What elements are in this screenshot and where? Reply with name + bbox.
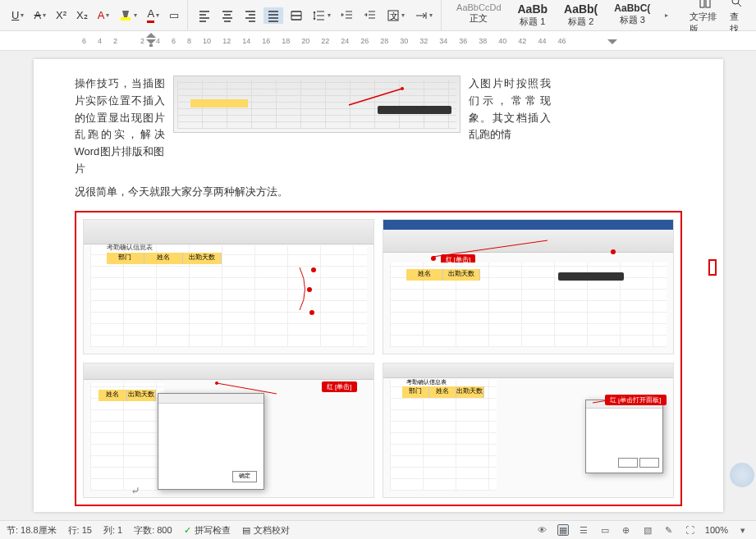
fit-page-button[interactable]: ⛶ [684, 523, 697, 537]
check-icon: ✓ [184, 525, 191, 536]
screenshot-cell-1: 考勤确认信息表 部门姓名出勤天数 [83, 219, 374, 354]
search-icon [731, 0, 744, 9]
svg-rect-4 [706, 0, 710, 7]
mini-title: 考勤确认信息表 [107, 243, 153, 252]
paragraph-group: ▾ 文▾ ▾ [190, 0, 442, 30]
styles-more-button[interactable]: ▸ [662, 1, 671, 30]
svg-rect-3 [700, 0, 704, 7]
align-right-icon [244, 9, 257, 22]
svg-point-8 [215, 381, 218, 385]
status-bar: 节: 18.8厘米 行: 15 列: 1 字数: 800 ✓ 拼写检查 ▤ 文档… [0, 520, 756, 539]
web-view-button[interactable]: ⊕ [620, 523, 633, 537]
zoom-level[interactable]: 100% [705, 525, 728, 535]
scroll-helper-icon[interactable] [730, 463, 754, 487]
ribbon-toolbar: U▾ A▾ X² X₂ A▾ ▾ A▾ ▭ ▾ 文▾ ▾ Aa [0, 0, 756, 31]
distribute-icon [290, 9, 303, 22]
line-spacing-button[interactable]: ▾ [309, 7, 334, 24]
text-tools-icon: 文 [387, 9, 400, 22]
screenshot-cell-3: 红 [单击] 姓名出勤天数 确定 [83, 363, 374, 498]
text-wrap-section: 操作技巧，当插图片实际位置不插入的位置显出现图片乱跑的实，解决 Word图片排版… [75, 75, 682, 178]
status-spellcheck[interactable]: ✓ 拼写检查 [184, 524, 231, 537]
print-layout-view-button[interactable]: ▦ [557, 524, 569, 536]
screenshot-cell-4: 考勤确认信息表 部门姓名出勤天数 红 [单击打开面板] [383, 363, 674, 498]
reading-view-button[interactable]: ▭ [598, 523, 612, 537]
chevron-down-icon: ▸ [665, 11, 668, 19]
screenshot-cell-2: 红 [单击] 姓名出勤天数 [383, 219, 674, 354]
status-col[interactable]: 列: 1 [103, 524, 122, 537]
tab-button[interactable]: ▾ [411, 7, 436, 24]
superscript-button[interactable]: X² [53, 7, 70, 23]
chevron-down-icon: ▾ [156, 11, 159, 19]
chevron-down-icon: ▾ [134, 11, 137, 19]
body-text-left: 操作技巧，当插图片实际位置不插入的位置显出现图片乱跑的实，解决 Word图片排版… [75, 75, 165, 178]
chevron-down-icon: ▾ [21, 11, 24, 19]
chevron-down-icon: ▾ [401, 11, 405, 19]
horizontal-ruler[interactable]: 6422468101214161820222426283032343638404… [0, 31, 756, 51]
underline-button[interactable]: U▾ [8, 7, 27, 23]
status-line[interactable]: 行: 15 [68, 524, 92, 537]
border-icon: ▭ [169, 9, 179, 21]
svg-text:文: 文 [390, 11, 398, 21]
font-decoration-group: U▾ A▾ X² X₂ A▾ ▾ A▾ ▭ [3, 0, 188, 30]
subscript-button[interactable]: X₂ [73, 7, 91, 23]
style-normal[interactable]: AaBbCcDd 正文 [451, 1, 506, 30]
distribute-button[interactable] [286, 7, 306, 24]
draft-view-button[interactable]: ▧ [641, 523, 654, 537]
status-right: 👁 ▦ ☰ ▭ ⊕ ▧ ✎ ⛶ 100% ▾ [536, 523, 749, 537]
chevron-down-icon: ▾ [106, 11, 109, 19]
highlight-icon [119, 9, 132, 22]
chevron-down-icon: ▾ [43, 11, 46, 19]
svg-rect-0 [121, 17, 131, 21]
text-tools-button[interactable]: 文▾ [383, 7, 408, 24]
font-color-button[interactable]: A▾ [144, 6, 163, 25]
red-badge: 红 [单击] [322, 381, 357, 392]
indent-decrease-button[interactable] [337, 7, 357, 24]
svg-point-7 [401, 87, 404, 90]
style-heading2[interactable]: AaBb( 标题 2 [559, 1, 603, 30]
body-text-line: 况很简单，今天就跟大家分享两种解决方法。 [75, 185, 682, 199]
indent-increase-icon [364, 9, 377, 22]
align-center-icon [221, 9, 234, 22]
edit-icon[interactable]: ✎ [662, 523, 676, 537]
align-left-icon [198, 9, 211, 22]
document-check-icon: ▤ [242, 525, 250, 536]
status-words[interactable]: 字数: 800 [134, 524, 172, 537]
cursor-marker [708, 259, 717, 276]
text-layout-icon [699, 0, 712, 9]
document-canvas[interactable]: 操作技巧，当插图片实际位置不插入的位置显出现图片乱跑的实，解决 Word图片排版… [0, 51, 756, 520]
line-spacing-icon [313, 9, 326, 22]
style-heading3[interactable]: AaBbC( 标题 3 [609, 1, 655, 30]
strikethrough-button[interactable]: A▾ [30, 7, 49, 23]
styles-gallery: AaBbCcDd 正文 AaBb 标题 1 AaBb( 标题 2 AaBbC( … [443, 1, 680, 30]
svg-point-9 [626, 395, 630, 399]
align-right-button[interactable] [241, 7, 260, 24]
indent-increase-button[interactable] [360, 7, 380, 24]
indent-decrease-icon [341, 9, 354, 22]
paragraph-marker-icon: ⤶ [131, 484, 140, 497]
highlight-button[interactable]: ▾ [116, 7, 140, 24]
style-heading1[interactable]: AaBb 标题 1 [513, 1, 553, 30]
body-text-right: 入图片时按照我们示，常常现象。其文档插入乱跑的情 [469, 75, 551, 178]
status-left: 节: 18.8厘米 行: 15 列: 1 字数: 800 ✓ 拼写检查 ▤ 文档… [7, 524, 290, 537]
screenshot-grid: 考勤确认信息表 部门姓名出勤天数 红 [单击] 姓名出勤天数 [75, 211, 682, 506]
align-center-button[interactable] [218, 7, 237, 24]
eye-icon[interactable]: 👁 [536, 523, 549, 537]
tab-icon [415, 9, 428, 22]
page: 操作技巧，当插图片实际位置不插入的位置显出现图片乱跑的实，解决 Word图片排版… [34, 59, 723, 512]
status-proofing[interactable]: ▤ 文档校对 [242, 524, 290, 537]
align-justify-icon [267, 9, 280, 22]
font-effect-button[interactable]: A▾ [94, 7, 113, 23]
zoom-slider-button[interactable]: ▾ [736, 523, 749, 537]
align-left-button[interactable] [195, 7, 214, 24]
right-group: 文字排版 查找 [681, 0, 753, 30]
chevron-down-icon: ▾ [429, 11, 433, 19]
outline-view-button[interactable]: ☰ [577, 523, 590, 537]
status-distance[interactable]: 节: 18.8厘米 [7, 524, 57, 537]
embedded-screenshot-top [173, 75, 460, 133]
border-shading-button[interactable]: ▭ [166, 7, 182, 23]
indent-marker-icon[interactable] [146, 33, 156, 48]
chevron-down-icon: ▾ [328, 11, 331, 19]
align-justify-button[interactable] [263, 7, 283, 24]
svg-rect-6 [149, 44, 153, 47]
right-indent-marker-icon[interactable] [607, 33, 617, 48]
